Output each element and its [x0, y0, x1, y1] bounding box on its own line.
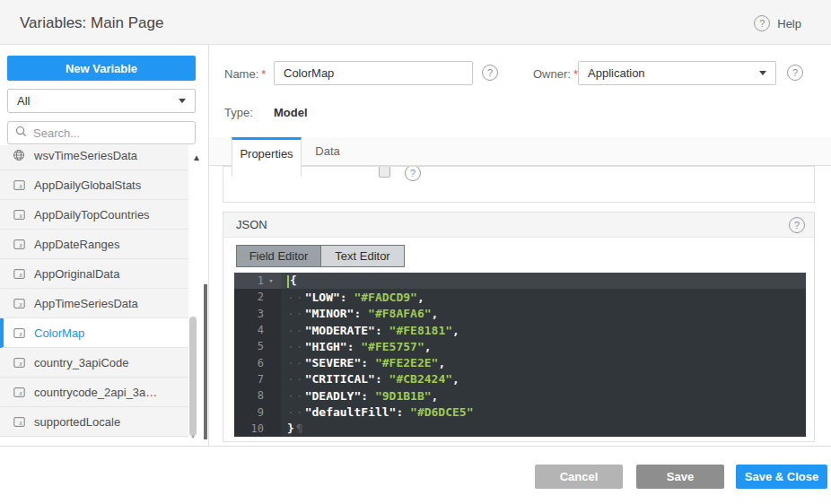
line-number: 7▾	[234, 371, 281, 387]
list-item[interactable]: xAppDateRanges	[0, 230, 188, 259]
variable-icon: x	[13, 297, 25, 309]
code-line: 1▾{	[234, 273, 806, 289]
variable-icon: x	[13, 415, 25, 428]
code-line: 7▾··"CRITICAL": "#CB2424",	[234, 371, 806, 387]
code-line: 6▾··"SEVERE": "#FE2E2E",	[234, 354, 806, 370]
variable-icon: x	[13, 267, 25, 280]
dialog-header: Variables: Main Page ? Help	[0, 0, 831, 45]
search-input[interactable]	[33, 126, 168, 140]
save-and-close-button[interactable]: Save & Close	[736, 465, 827, 489]
is-list-checkbox[interactable]	[379, 166, 390, 178]
fold-caret-icon[interactable]: ▾	[267, 276, 276, 285]
code-line: 5▾··"HIGH": "#FE5757",	[234, 338, 806, 354]
new-variable-button[interactable]: New Variable	[7, 56, 196, 81]
json-code-editor[interactable]: 1▾{2▾··"LOW": "#FADCD9",3▾··"MINOR": "#F…	[234, 273, 806, 437]
code-text: ··"SEVERE": "#FE2E2E",	[281, 356, 445, 369]
json-section-title: JSON	[236, 218, 267, 231]
tab-properties[interactable]: Properties	[232, 137, 302, 177]
list-item-label: supportedLocale	[34, 415, 120, 429]
editor-mode-toggle: Field Editor Text Editor	[236, 245, 405, 267]
owner-label: Owner:*	[533, 67, 578, 81]
field-editor-button[interactable]: Field Editor	[237, 246, 320, 266]
list-item-label: wsvTimeSeriesData	[34, 149, 137, 162]
svg-text:x: x	[18, 212, 22, 220]
owner-value: Application	[588, 66, 645, 80]
code-line: 8▾··"DEADLY": "9D1B1B",	[234, 387, 806, 404]
code-text: }¶	[281, 421, 303, 435]
code-text: ··"defaultFill": "#D6DCE5"	[281, 405, 474, 419]
scroll-up-arrow[interactable]: ▲	[192, 152, 201, 162]
name-help-icon[interactable]: ?	[482, 65, 498, 81]
list-item-label: ColorMap	[34, 326, 84, 340]
line-number: 5▾	[234, 338, 281, 354]
list-item-label: AppTimeSeriesData	[34, 297, 138, 310]
line-number: 1▾	[234, 273, 281, 289]
list-item[interactable]: xAppDailyGlobalStats	[0, 170, 188, 200]
text-editor-button[interactable]: Text Editor	[320, 246, 404, 266]
panel-scrollbar[interactable]	[204, 284, 207, 439]
owner-help-icon[interactable]: ?	[787, 65, 803, 81]
list-item[interactable]: xcountrycode_2api_3a…	[0, 378, 188, 407]
variable-icon: x	[13, 238, 25, 250]
list-item-label: country_3apiCode	[34, 356, 129, 369]
variable-filter-select[interactable]: All	[7, 89, 196, 113]
is-list-section: Is List: ?	[223, 166, 815, 203]
line-number: 10▾	[234, 421, 281, 437]
list-item[interactable]: xColorMap	[0, 318, 188, 348]
help-icon: ?	[754, 15, 770, 31]
list-item[interactable]: xcountry_3apiCode	[0, 348, 188, 378]
variable-list: wsvTimeSeriesDataxAppDailyGlobalStatsxAp…	[0, 145, 188, 444]
code-line: 4▾··"MODERATE": "#FE8181",	[234, 322, 806, 338]
variable-icon: x	[13, 178, 25, 191]
svg-text:x: x	[18, 271, 22, 279]
list-item-label: countrycode_2api_3a…	[34, 386, 157, 399]
code-text: ··"LOW": "#FADCD9",	[281, 291, 424, 304]
line-number: 8▾	[234, 387, 281, 404]
variable-icon: x	[13, 326, 25, 339]
line-number: 3▾	[234, 306, 281, 322]
list-scrollbar-thumb[interactable]	[189, 317, 197, 436]
variable-filter-value: All	[17, 94, 30, 108]
svg-text:x: x	[18, 360, 22, 368]
variable-icon: x	[13, 356, 25, 369]
code-text: ··"CRITICAL": "#CB2424",	[281, 372, 459, 386]
chevron-down-icon	[759, 71, 766, 75]
code-text: ··"HIGH": "#FE5757",	[281, 340, 432, 353]
footer-divider	[0, 446, 831, 447]
list-item-label: AppDailyTopCountries	[34, 208, 150, 222]
variable-search[interactable]	[7, 121, 196, 144]
help-button[interactable]: ? Help	[754, 15, 801, 31]
code-text: {	[281, 274, 297, 288]
cancel-button[interactable]: Cancel	[535, 465, 623, 489]
svg-text:x: x	[18, 300, 22, 308]
type-label: Type:	[224, 106, 253, 119]
list-item[interactable]: xAppTimeSeriesData	[0, 289, 188, 318]
tab-data[interactable]: Data	[302, 137, 353, 165]
list-item[interactable]: wsvTimeSeriesData	[0, 145, 188, 170]
list-item[interactable]: xAppDailyTopCountries	[0, 200, 188, 230]
list-item-label: AppOriginalData	[34, 267, 119, 281]
line-number: 9▾	[234, 404, 281, 420]
json-section: JSON ? Field Editor Text Editor 1▾{2▾··"…	[223, 212, 815, 442]
code-line: 10▾}¶	[234, 421, 806, 437]
required-asterisk: *	[261, 67, 266, 81]
save-button[interactable]: Save	[636, 465, 724, 489]
owner-select[interactable]: Application	[578, 61, 776, 85]
svg-text:x: x	[18, 419, 22, 427]
json-section-header: JSON ?	[223, 213, 814, 238]
svg-text:x: x	[18, 389, 22, 397]
name-field[interactable]	[274, 61, 473, 85]
svg-text:x: x	[18, 330, 22, 338]
code-text: ··"MINOR": "#F8AFA6",	[281, 307, 438, 320]
line-number: 4▾	[234, 322, 281, 338]
code-line: 9▾··"defaultFill": "#D6DCE5"	[234, 404, 806, 420]
variables-dialog: Variables: Main Page ? Help New Variable…	[0, 0, 831, 504]
list-item[interactable]: xsupportedLocale	[0, 407, 188, 437]
list-item-label: AppDateRanges	[34, 238, 119, 251]
is-list-help-icon[interactable]: ?	[405, 166, 421, 181]
list-item-label: AppDailyGlobalStats	[34, 178, 141, 192]
list-item[interactable]: xAppOriginalData	[0, 259, 188, 289]
chevron-down-icon	[179, 99, 186, 103]
json-help-icon[interactable]: ?	[789, 217, 805, 233]
page-title: Variables: Main Page	[20, 14, 163, 32]
